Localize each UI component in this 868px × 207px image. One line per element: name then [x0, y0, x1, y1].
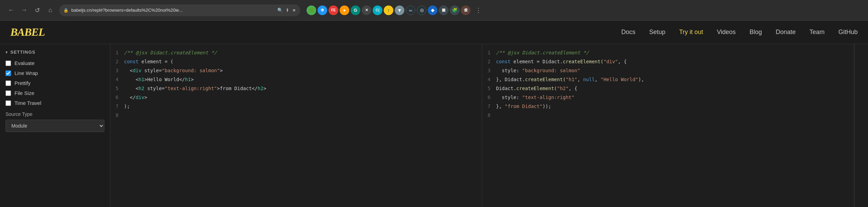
ext-diamond-icon[interactable]: ◈	[428, 6, 437, 15]
syntax-token: h1	[185, 77, 191, 82]
nav-team[interactable]: Team	[809, 29, 825, 36]
syntax-token: h1	[138, 77, 144, 82]
settings-sidebar: ▾ SETTINGS Evaluate Line Wrap Prettify F…	[0, 44, 110, 207]
code-line: 7);	[110, 102, 482, 111]
code-line: 5 <h2 style="text-align:right">from Dida…	[110, 84, 482, 93]
source-type-label: Source Type	[6, 111, 104, 117]
code-line: 3 <div style="background: salmon">	[110, 66, 482, 75]
browser-chrome: ← → ↺ ⌂ 🔒 babeljs.cn/repl#?browsers=defa…	[0, 0, 868, 21]
forward-button[interactable]: →	[19, 5, 30, 16]
line-content: </div>	[124, 93, 147, 101]
code-line: 7}, "from Didact"));	[482, 102, 854, 111]
syntax-token: .createElement(	[514, 86, 557, 91]
syntax-token: "div"	[603, 59, 618, 64]
syntax-token: "background: salmon"	[522, 68, 580, 73]
line-number: 8	[482, 111, 496, 119]
line-number: 6	[110, 93, 124, 101]
time-travel-label: Time Travel	[14, 100, 41, 106]
source-type-select[interactable]: Module Script Unambiguous	[6, 120, 104, 132]
file-size-option[interactable]: File Size	[6, 90, 104, 96]
ext-babel-icon[interactable]: 🌿	[307, 6, 316, 15]
file-size-checkbox[interactable]	[6, 90, 11, 96]
line-number: 3	[482, 66, 496, 75]
line-number: 8	[110, 111, 124, 119]
ext-react-icon[interactable]: ⚛	[318, 6, 327, 15]
syntax-token: .createElement(	[560, 59, 603, 64]
nav-donate[interactable]: Donate	[776, 29, 796, 36]
ext-down-icon[interactable]: ▼	[395, 6, 404, 15]
ext-x-icon[interactable]: ✕	[362, 6, 371, 15]
syntax-token: ),	[638, 77, 644, 82]
line-content: style: "text-align:right"	[496, 93, 575, 101]
syntax-token: element =	[510, 59, 542, 64]
main-content: BABEL Docs Setup Try it out Videos Blog …	[0, 21, 868, 207]
ext-inf-icon[interactable]: ∞	[406, 6, 415, 15]
ext-orange-icon[interactable]: ●	[340, 6, 349, 15]
line-content: style: "background: salmon"	[496, 66, 580, 75]
nav-videos[interactable]: Videos	[717, 29, 736, 36]
syntax-token: </	[124, 95, 136, 100]
prettify-checkbox[interactable]	[6, 80, 11, 86]
ext-fe-icon[interactable]: FE	[329, 6, 338, 15]
syntax-token: <	[124, 77, 138, 82]
settings-section-header[interactable]: ▾ SETTINGS	[6, 50, 104, 55]
syntax-token: "h1"	[566, 77, 577, 82]
time-travel-checkbox[interactable]	[6, 100, 11, 106]
nav-try-it-out[interactable]: Try it out	[679, 29, 703, 36]
code-line: 5Didact.createElement("h2", {	[482, 84, 854, 93]
syntax-token: div	[136, 95, 144, 100]
line-content: const element = (	[124, 57, 173, 66]
code-line: 6 </div>	[110, 93, 482, 102]
syntax-token: },	[496, 77, 505, 82]
line-wrap-option[interactable]: Line Wrap	[6, 70, 104, 76]
scrollbar-area	[854, 44, 868, 207]
syntax-token: );	[124, 104, 130, 109]
home-button[interactable]: ⌂	[45, 5, 56, 16]
line-wrap-label: Line Wrap	[14, 70, 38, 76]
line-content: const element = Didact.createElement("di…	[496, 57, 627, 66]
line-content: <div style="background: salmon">	[124, 66, 223, 75]
extensions-area: 🌿 ⚛ FE ● G ✕ C{ ↑ ▼ ∞ ◎ ◈ 🔲 🧩 俊	[307, 6, 471, 15]
time-travel-option[interactable]: Time Travel	[6, 100, 104, 106]
line-content: /** @jsx Didact.createElement */	[496, 48, 589, 57]
ext-g-icon[interactable]: G	[351, 6, 360, 15]
syntax-token: >	[264, 86, 266, 91]
syntax-token: const	[496, 59, 510, 64]
syntax-token: Didact	[505, 77, 522, 82]
syntax-token: >Hello World</	[144, 77, 185, 82]
star-icon: ★	[292, 8, 296, 13]
settings-chevron-icon: ▾	[6, 50, 8, 55]
line-wrap-checkbox[interactable]	[6, 70, 11, 76]
ext-c-icon[interactable]: C{	[373, 6, 382, 15]
code-line: 8	[110, 111, 482, 120]
line-number: 4	[110, 75, 124, 84]
syntax-token: ));	[542, 104, 551, 109]
line-number: 7	[110, 102, 124, 110]
settings-title: SETTINGS	[10, 50, 35, 55]
syntax-token: >	[220, 68, 223, 73]
nav-docs[interactable]: Docs	[621, 29, 636, 36]
nav-github[interactable]: GitHub	[838, 29, 858, 36]
site-nav: Docs Setup Try it out Videos Blog Donate…	[621, 29, 858, 36]
line-number: 3	[110, 66, 124, 75]
syntax-token: "h2"	[557, 86, 569, 91]
browser-menu-button[interactable]: ⋮	[475, 7, 482, 14]
syntax-token: <	[124, 68, 133, 73]
evaluate-checkbox[interactable]	[6, 61, 11, 66]
address-bar[interactable]: 🔒 babeljs.cn/repl#?browsers=defaults%2C%…	[59, 4, 300, 16]
back-button[interactable]: ←	[6, 5, 17, 16]
reload-button[interactable]: ↺	[32, 5, 43, 16]
nav-setup[interactable]: Setup	[649, 29, 665, 36]
ext-puzzle-icon[interactable]: 🧩	[450, 6, 459, 15]
ext-up-icon[interactable]: ↑	[384, 6, 393, 15]
ext-avatar-icon[interactable]: 俊	[461, 6, 471, 15]
syntax-token: >	[144, 95, 147, 100]
prettify-option[interactable]: Prettify	[6, 80, 104, 86]
syntax-token: Didact.createElement	[522, 50, 580, 55]
input-code-panel[interactable]: 1/** @jsx Didact.createElement */2const …	[110, 44, 482, 207]
evaluate-option[interactable]: Evaluate	[6, 60, 104, 66]
ext-circle-icon[interactable]: ◎	[417, 6, 426, 15]
nav-blog[interactable]: Blog	[750, 29, 762, 36]
syntax-token: const	[124, 59, 138, 64]
ext-square-icon[interactable]: 🔲	[439, 6, 448, 15]
